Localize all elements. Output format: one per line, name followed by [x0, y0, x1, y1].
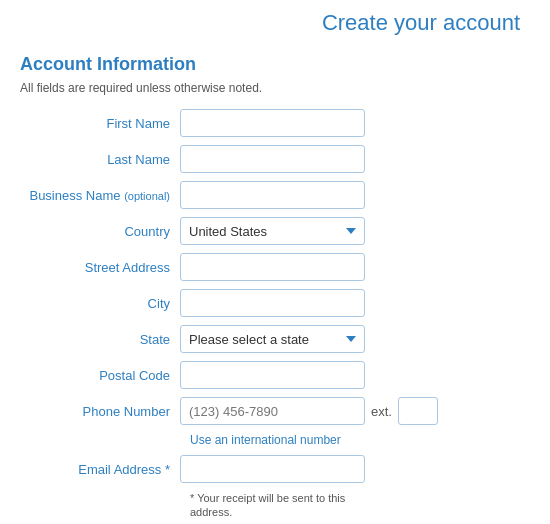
- city-row: City: [20, 289, 530, 317]
- postal-code-input[interactable]: [180, 361, 365, 389]
- phone-number-label: Phone Number: [20, 404, 180, 419]
- email-address-row: Email Address *: [20, 455, 530, 483]
- street-address-input[interactable]: [180, 253, 365, 281]
- business-optional-tag: (optional): [124, 190, 170, 202]
- state-row: State Please select a state Alabama Alas…: [20, 325, 530, 353]
- street-address-row: Street Address: [20, 253, 530, 281]
- email-address-input[interactable]: [180, 455, 365, 483]
- account-section: Account Information All fields are requi…: [20, 54, 530, 520]
- city-input[interactable]: [180, 289, 365, 317]
- email-address-label: Email Address *: [20, 462, 180, 477]
- country-label: Country: [20, 224, 180, 239]
- street-address-label: Street Address: [20, 260, 180, 275]
- business-name-input[interactable]: [180, 181, 365, 209]
- last-name-input[interactable]: [180, 145, 365, 173]
- page-title: Create your account: [20, 10, 530, 36]
- first-name-label: First Name: [20, 116, 180, 131]
- state-label: State: [20, 332, 180, 347]
- business-name-label: Business Name (optional): [20, 188, 180, 203]
- first-name-input[interactable]: [180, 109, 365, 137]
- postal-code-row: Postal Code: [20, 361, 530, 389]
- business-name-row: Business Name (optional): [20, 181, 530, 209]
- ext-label: ext.: [371, 404, 392, 419]
- country-row: Country United States Canada United King…: [20, 217, 530, 245]
- city-label: City: [20, 296, 180, 311]
- required-note: All fields are required unless otherwise…: [20, 81, 530, 95]
- postal-code-label: Postal Code: [20, 368, 180, 383]
- intl-number-link[interactable]: Use an international number: [190, 433, 530, 447]
- state-select[interactable]: Please select a state Alabama Alaska Ari…: [180, 325, 365, 353]
- ext-input[interactable]: [398, 397, 438, 425]
- phone-input[interactable]: [180, 397, 365, 425]
- first-name-row: First Name: [20, 109, 530, 137]
- phone-input-group: ext.: [180, 397, 438, 425]
- email-note: * Your receipt will be sent to this addr…: [190, 491, 380, 520]
- phone-number-row: Phone Number ext.: [20, 397, 530, 425]
- section-heading: Account Information: [20, 54, 530, 75]
- last-name-label: Last Name: [20, 152, 180, 167]
- country-select[interactable]: United States Canada United Kingdom: [180, 217, 365, 245]
- last-name-row: Last Name: [20, 145, 530, 173]
- page-container: Create your account Account Information …: [0, 0, 550, 524]
